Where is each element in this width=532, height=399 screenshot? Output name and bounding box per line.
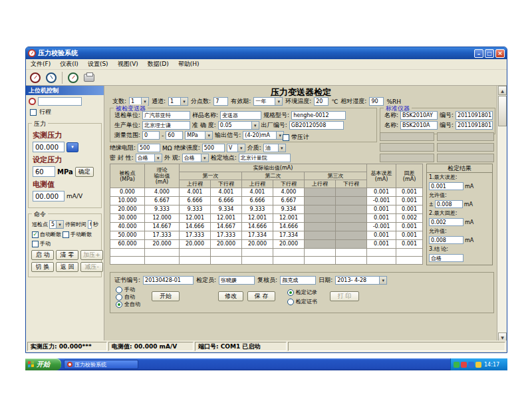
- maximize-button[interactable]: [485, 49, 494, 58]
- measured-pressure-dropdown[interactable]: [66, 142, 78, 152]
- measured-pressure-value[interactable]: 00.000: [33, 142, 65, 152]
- manual-radio[interactable]: [116, 287, 122, 293]
- table-cell: 17.333: [180, 231, 211, 240]
- allow1-label: 允许值:: [429, 192, 447, 199]
- appearance-select[interactable]: 合格: [182, 154, 209, 162]
- menu-item[interactable]: 文件(F): [26, 59, 55, 69]
- standard-name2-input[interactable]: BSK2010A: [400, 121, 438, 130]
- channel-select[interactable]: 1: [168, 97, 188, 106]
- tray-shield-icon[interactable]: [454, 362, 460, 368]
- disabled-field: [437, 154, 494, 162]
- table-row[interactable]: 0.0004.0004.0014.0014.0014.0000.0010.001: [110, 188, 423, 197]
- menu-item[interactable]: 帮助(H): [174, 59, 204, 69]
- auto-radio[interactable]: [116, 294, 122, 301]
- table-cell: [242, 257, 273, 265]
- full-auto-radio[interactable]: [116, 301, 122, 308]
- electric-value[interactable]: 00.000: [33, 191, 65, 201]
- signal-select[interactable]: (4-20)mA: [243, 131, 284, 140]
- humidity-input[interactable]: 90: [369, 97, 384, 106]
- gauge-icon[interactable]: [29, 71, 42, 84]
- travel-checkbox[interactable]: [30, 109, 37, 116]
- close-button[interactable]: [495, 49, 505, 58]
- allow1-prefix: ±: [429, 201, 434, 207]
- start-button[interactable]: 开始: [25, 358, 61, 370]
- printer-icon[interactable]: [82, 71, 96, 84]
- save-button[interactable]: 保 存: [247, 291, 275, 301]
- taskbar-task[interactable]: 压力校验系统: [64, 360, 138, 369]
- validity-select[interactable]: 一年: [253, 97, 283, 106]
- pressurize-button[interactable]: 加压+: [80, 250, 103, 260]
- temp-input[interactable]: 20: [314, 97, 329, 106]
- maker-input[interactable]: 北京理士谦: [142, 121, 190, 130]
- range-unit-select[interactable]: MPa: [185, 131, 213, 140]
- minimize-button[interactable]: [474, 49, 483, 58]
- zero-button[interactable]: 清 零: [56, 250, 78, 260]
- table-row[interactable]: 30.00012.00012.00112.00112.00112.0010.00…: [110, 214, 423, 223]
- manual-checkbox[interactable]: [32, 241, 39, 247]
- table-row[interactable]: 60.00020.00020.00020.00020.00020.0000.00…: [110, 240, 423, 249]
- confirm-button[interactable]: 确定: [75, 167, 94, 177]
- table-empty-row[interactable]: [110, 257, 423, 265]
- standard-no1-input[interactable]: 2011091801: [456, 111, 493, 120]
- travel-input[interactable]: [38, 97, 82, 106]
- range-low-input[interactable]: 0: [142, 131, 160, 140]
- begin-button[interactable]: 开始: [152, 291, 180, 301]
- seal-select[interactable]: 合格: [136, 154, 162, 162]
- range-high-input[interactable]: 60: [166, 131, 183, 140]
- accuracy-select[interactable]: 0.05: [218, 121, 259, 130]
- table-row[interactable]: 20.0009.3339.3339.3349.3339.3340.0010.00…: [110, 205, 423, 214]
- insulation-s-unit-select[interactable]: V: [227, 144, 245, 152]
- menu-item[interactable]: 设置(S): [83, 59, 113, 69]
- verifier-input[interactable]: 张晓媛: [219, 276, 255, 285]
- task-app-icon: [67, 362, 72, 367]
- print-button[interactable]: 打 印: [330, 291, 359, 301]
- meter-icon[interactable]: [45, 71, 58, 84]
- tray-network-icon[interactable]: [468, 362, 474, 368]
- standard-no2-input[interactable]: 2011091801: [456, 121, 493, 130]
- title-bar[interactable]: 压力校验系统: [26, 47, 507, 59]
- insulation-r-input[interactable]: 500: [138, 144, 160, 152]
- medium-select[interactable]: 油: [263, 144, 286, 152]
- certificate-radio[interactable]: [287, 299, 294, 305]
- return-button[interactable]: 返 回: [56, 262, 78, 272]
- depressurize-button[interactable]: 减压-: [80, 262, 103, 272]
- manual-break-checkbox[interactable]: [63, 231, 69, 238]
- gauge-checkbox[interactable]: [283, 134, 289, 141]
- dwell-input[interactable]: 6: [88, 220, 92, 229]
- table-cell: -0.001: [367, 197, 396, 205]
- patrol-select[interactable]: 5: [49, 220, 64, 229]
- date-picker[interactable]: 2013- 4-28: [335, 276, 387, 285]
- record-radio[interactable]: [287, 289, 294, 296]
- tray-volume-icon[interactable]: [475, 362, 481, 368]
- standard-name1-input[interactable]: BSK2010AY: [400, 111, 438, 120]
- insulation-s-input[interactable]: 500: [202, 144, 225, 152]
- reviewer-input[interactable]: 颜克成: [280, 276, 316, 285]
- status-pressure: 实测压力: 00.000***: [27, 342, 107, 351]
- start-button[interactable]: 启 动: [31, 250, 54, 260]
- table-cell: 14.666: [242, 223, 273, 231]
- tray-alert-icon[interactable]: [461, 362, 467, 368]
- table-row[interactable]: 10.0006.6676.6666.6666.6666.667-0.0010.0…: [110, 197, 423, 205]
- table-row[interactable]: 50.00017.33317.33317.33317.33417.3340.00…: [110, 231, 423, 240]
- serial-input[interactable]: GB20120508: [289, 121, 344, 130]
- gauge-checkbox-label: 带压计: [291, 133, 309, 142]
- modify-button[interactable]: 修改: [218, 291, 243, 301]
- menu-item[interactable]: 数据(D): [143, 59, 174, 69]
- set-pressure-value[interactable]: 60: [33, 166, 55, 177]
- vertical-scrollbar[interactable]: [497, 86, 507, 342]
- sender-input[interactable]: 广汽菲亚特: [142, 111, 190, 120]
- scroll-up-icon[interactable]: [498, 86, 507, 95]
- location-input[interactable]: 北京计量院: [239, 154, 291, 162]
- table-row[interactable]: 40.00014.66714.66614.66714.66614.666-0.0…: [110, 223, 423, 231]
- sample-input[interactable]: 变送器: [220, 111, 261, 120]
- cert-input[interactable]: 20130428-01: [143, 276, 194, 285]
- model-input[interactable]: henghe-0012: [291, 111, 346, 120]
- calibrator-icon[interactable]: [66, 71, 80, 84]
- switch-button[interactable]: 切 换: [31, 262, 54, 272]
- points-input[interactable]: 7: [213, 97, 228, 106]
- menu-item[interactable]: 仪表(I): [55, 59, 83, 69]
- auto-break-checkbox[interactable]: [32, 231, 39, 238]
- scrollbar-thumb[interactable]: [498, 96, 507, 126]
- menu-item[interactable]: 视图(V): [113, 59, 143, 69]
- table-empty-row[interactable]: [110, 249, 423, 257]
